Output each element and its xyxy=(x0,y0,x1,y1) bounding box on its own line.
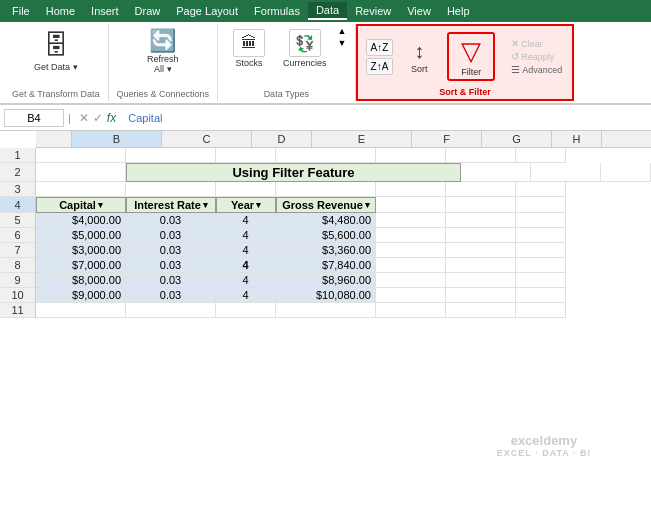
menu-help[interactable]: Help xyxy=(439,3,478,19)
cell-f8[interactable] xyxy=(376,258,446,273)
cell-e3[interactable] xyxy=(276,182,376,197)
cell-d10[interactable]: 4 xyxy=(216,288,276,303)
cell-b3[interactable] xyxy=(36,182,126,197)
col-header-g[interactable]: G xyxy=(482,131,552,147)
cell-g9[interactable] xyxy=(446,273,516,288)
reapply-button[interactable]: ↺ Reapply xyxy=(509,50,564,63)
col-header-d[interactable]: D xyxy=(252,131,312,147)
cell-f10[interactable] xyxy=(376,288,446,303)
cell-c7[interactable]: 0.03 xyxy=(126,243,216,258)
cell-b5[interactable]: $4,000.00 xyxy=(36,213,126,228)
cell-e11[interactable] xyxy=(276,303,376,318)
cell-e7[interactable]: $3,360.00 xyxy=(276,243,376,258)
data-type-up[interactable]: ▲ xyxy=(338,26,347,36)
advanced-button[interactable]: ☰ Advanced xyxy=(509,63,564,76)
cell-d1[interactable] xyxy=(216,148,276,163)
cell-f11[interactable] xyxy=(376,303,446,318)
menu-view[interactable]: View xyxy=(399,3,439,19)
cell-d8[interactable]: 4 xyxy=(216,258,276,273)
cell-h7[interactable] xyxy=(516,243,566,258)
cell-e1[interactable] xyxy=(276,148,376,163)
cell-f4[interactable] xyxy=(376,197,446,213)
formula-confirm-icon[interactable]: ✓ xyxy=(93,111,103,125)
header-interest-rate[interactable]: Interest Rate ▾ xyxy=(126,197,216,213)
cell-g8[interactable] xyxy=(446,258,516,273)
clear-button[interactable]: ✕ Clear xyxy=(509,37,564,50)
col-header-e[interactable]: E xyxy=(312,131,412,147)
cell-e6[interactable]: $5,600.00 xyxy=(276,228,376,243)
cell-g11[interactable] xyxy=(446,303,516,318)
gross-revenue-dropdown[interactable]: ▾ xyxy=(365,200,370,210)
cell-h3[interactable] xyxy=(516,182,566,197)
cell-g1[interactable] xyxy=(446,148,516,163)
cell-g7[interactable] xyxy=(446,243,516,258)
menu-data[interactable]: Data xyxy=(308,2,347,20)
cell-h9[interactable] xyxy=(516,273,566,288)
cell-ref-box[interactable]: B4 xyxy=(4,109,64,127)
col-header-c[interactable]: C xyxy=(162,131,252,147)
cell-g4[interactable] xyxy=(446,197,516,213)
cell-c10[interactable]: 0.03 xyxy=(126,288,216,303)
stocks-button[interactable]: 🏛 Stocks xyxy=(226,26,272,71)
cell-g6[interactable] xyxy=(446,228,516,243)
cell-d7[interactable]: 4 xyxy=(216,243,276,258)
menu-page-layout[interactable]: Page Layout xyxy=(168,3,246,19)
refresh-all-button[interactable]: 🔄 RefreshAll ▾ xyxy=(140,26,186,77)
menu-home[interactable]: Home xyxy=(38,3,83,19)
cell-g2[interactable] xyxy=(531,163,601,182)
capital-dropdown[interactable]: ▾ xyxy=(98,200,103,210)
cell-h6[interactable] xyxy=(516,228,566,243)
menu-insert[interactable]: Insert xyxy=(83,3,127,19)
header-gross-revenue[interactable]: Gross Revenue ▾ xyxy=(276,197,376,213)
cell-d3[interactable] xyxy=(216,182,276,197)
filter-button[interactable]: ▽ Filter xyxy=(447,32,495,81)
cell-f9[interactable] xyxy=(376,273,446,288)
cell-b7[interactable]: $3,000.00 xyxy=(36,243,126,258)
cell-f3[interactable] xyxy=(376,182,446,197)
cell-h11[interactable] xyxy=(516,303,566,318)
cell-b11[interactable] xyxy=(36,303,126,318)
header-year[interactable]: Year ▾ xyxy=(216,197,276,213)
cell-h5[interactable] xyxy=(516,213,566,228)
cell-c8[interactable]: 0.03 xyxy=(126,258,216,273)
cell-c9[interactable]: 0.03 xyxy=(126,273,216,288)
cell-e9[interactable]: $8,960.00 xyxy=(276,273,376,288)
cell-f6[interactable] xyxy=(376,228,446,243)
cell-b9[interactable]: $8,000.00 xyxy=(36,273,126,288)
col-header-f[interactable]: F xyxy=(412,131,482,147)
currencies-button[interactable]: 💱 Currencies xyxy=(276,26,334,71)
interest-rate-dropdown[interactable]: ▾ xyxy=(203,200,208,210)
menu-review[interactable]: Review xyxy=(347,3,399,19)
menu-file[interactable]: File xyxy=(4,3,38,19)
menu-draw[interactable]: Draw xyxy=(127,3,169,19)
cell-f5[interactable] xyxy=(376,213,446,228)
cell-d9[interactable]: 4 xyxy=(216,273,276,288)
cell-e5[interactable]: $4,480.00 xyxy=(276,213,376,228)
cell-h10[interactable] xyxy=(516,288,566,303)
cell-g3[interactable] xyxy=(446,182,516,197)
formula-cancel-icon[interactable]: ✕ xyxy=(79,111,89,125)
cell-c3[interactable] xyxy=(126,182,216,197)
cell-b6[interactable]: $5,000.00 xyxy=(36,228,126,243)
year-dropdown[interactable]: ▾ xyxy=(256,200,261,210)
cell-c11[interactable] xyxy=(126,303,216,318)
cell-d11[interactable] xyxy=(216,303,276,318)
cell-h2[interactable] xyxy=(601,163,651,182)
cell-b2[interactable] xyxy=(36,163,126,182)
cell-b10[interactable]: $9,000.00 xyxy=(36,288,126,303)
cell-f1[interactable] xyxy=(376,148,446,163)
sort-button[interactable]: ↕️ Sort xyxy=(399,36,439,77)
cell-e10[interactable]: $10,080.00 xyxy=(276,288,376,303)
cell-h4[interactable] xyxy=(516,197,566,213)
cell-c5[interactable]: 0.03 xyxy=(126,213,216,228)
data-type-down[interactable]: ▼ xyxy=(338,38,347,48)
cell-e8[interactable]: $7,840.00 xyxy=(276,258,376,273)
col-header-h[interactable]: H xyxy=(552,131,602,147)
cell-g5[interactable] xyxy=(446,213,516,228)
cell-h8[interactable] xyxy=(516,258,566,273)
cell-h1[interactable] xyxy=(516,148,566,163)
menu-formulas[interactable]: Formulas xyxy=(246,3,308,19)
cell-g10[interactable] xyxy=(446,288,516,303)
cell-c6[interactable]: 0.03 xyxy=(126,228,216,243)
cell-d6[interactable]: 4 xyxy=(216,228,276,243)
